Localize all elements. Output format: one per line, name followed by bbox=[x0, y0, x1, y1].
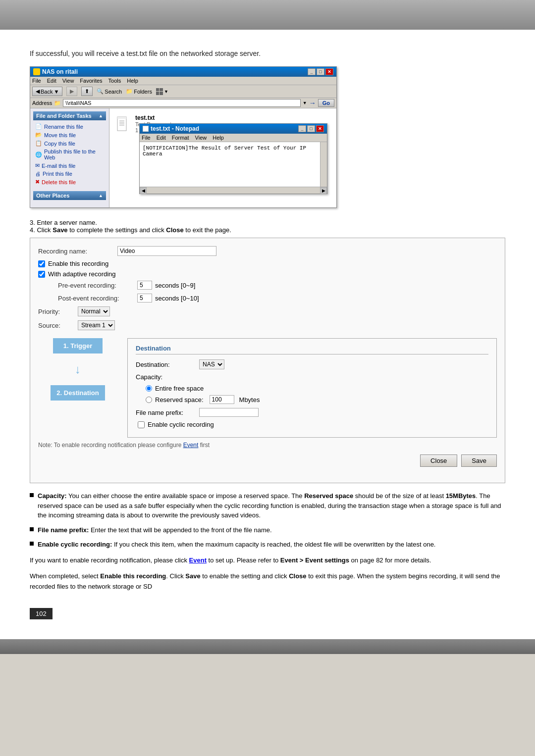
explorer-title: NAS on ritali bbox=[42, 68, 78, 75]
sidebar-email-file[interactable]: ✉ E-mail this file bbox=[33, 161, 106, 170]
destination-number: 2. bbox=[56, 389, 62, 397]
explorer-forward-button[interactable]: ▶ bbox=[66, 87, 77, 96]
explorer-maximize-button[interactable]: □ bbox=[317, 68, 324, 75]
recording-form: Recording name: Enable this recording Wi… bbox=[30, 238, 505, 483]
sidebar-print-file[interactable]: 🖨 Print this file bbox=[33, 170, 106, 178]
explorer-menu-tools[interactable]: Tools bbox=[108, 78, 121, 84]
source-label: Source: bbox=[38, 322, 78, 329]
file-prefix-bold: File name prefix: bbox=[38, 526, 89, 534]
up-arrow-icon: ⬆ bbox=[85, 88, 89, 95]
explorer-folders-button[interactable]: 📁 Folders bbox=[126, 88, 152, 95]
sidebar-copy-label: Copy this file bbox=[44, 141, 75, 147]
close-button[interactable]: Close bbox=[420, 454, 457, 467]
notepad-menu-view[interactable]: View bbox=[195, 135, 207, 141]
notepad-menu-edit[interactable]: Edit bbox=[157, 135, 166, 141]
other-places-chevron[interactable]: ▲ bbox=[99, 193, 103, 198]
cyclic-bold: Enable cyclic recording: bbox=[38, 541, 112, 548]
trigger-box: 1. Trigger bbox=[53, 338, 103, 353]
notepad-controls[interactable]: _ □ ✕ bbox=[298, 125, 324, 132]
sidebar-delete-file[interactable]: ✖ Delete this file bbox=[33, 178, 106, 186]
sidebar-rename-file[interactable]: 📄 Rename this file bbox=[33, 122, 106, 131]
pre-event-input[interactable] bbox=[137, 281, 152, 290]
page-content: If successful, you will receive a test.t… bbox=[0, 30, 535, 639]
notepad-close-button[interactable]: ✕ bbox=[316, 125, 324, 132]
explorer-window: NAS on ritali _ □ ✕ File Edit View Favor… bbox=[30, 66, 337, 208]
sidebar-delete-label: Delete this file bbox=[42, 179, 76, 185]
explorer-back-label: Back bbox=[41, 89, 53, 95]
notepad-scrollbar-v[interactable] bbox=[320, 142, 327, 187]
notepad-menubar: File Edit Format View Help bbox=[140, 134, 327, 142]
notepad-menu-format[interactable]: Format bbox=[172, 135, 189, 141]
sidebar-copy-file[interactable]: 📋 Copy this file bbox=[33, 139, 106, 148]
source-select[interactable]: Stream 1 bbox=[78, 320, 115, 330]
explorer-up-button[interactable]: ⬆ bbox=[81, 87, 93, 96]
event-settings-bold: Event > Event settings bbox=[280, 556, 349, 564]
forward-arrow-icon: ▶ bbox=[70, 88, 74, 95]
adaptive-recording-checkbox[interactable] bbox=[38, 271, 45, 278]
explorer-menu-help[interactable]: Help bbox=[127, 78, 138, 84]
file-folder-tasks-chevron[interactable]: ▲ bbox=[99, 113, 103, 118]
dest-type-select[interactable]: NAS bbox=[199, 359, 224, 369]
entire-free-radio[interactable] bbox=[146, 385, 152, 392]
explorer-back-button[interactable]: ◀ Back ▼ bbox=[32, 87, 62, 96]
last-para-2: When completed, select Enable this recor… bbox=[30, 571, 505, 592]
step4-save-bold: Save bbox=[53, 226, 67, 234]
back-dropdown-icon: ▼ bbox=[54, 89, 59, 95]
bullet-file-prefix: File name prefix: Enter the text that wi… bbox=[30, 525, 505, 535]
explorer-view-icons[interactable]: ▼ bbox=[156, 88, 168, 95]
capacity-label: Capacity: bbox=[136, 373, 195, 381]
event-link-2[interactable]: Event bbox=[189, 556, 207, 564]
address-input[interactable] bbox=[63, 99, 300, 107]
explorer-search-button[interactable]: 🔍 Search bbox=[97, 88, 122, 95]
enable-recording-checkbox[interactable] bbox=[38, 260, 45, 267]
explorer-menu-favorites[interactable]: Favorites bbox=[80, 78, 102, 84]
notepad-menu-help[interactable]: Help bbox=[213, 135, 224, 141]
event-link[interactable]: Event bbox=[183, 442, 199, 449]
sidebar-rename-label: Rename this file bbox=[44, 124, 83, 130]
notepad-maximize-button[interactable]: □ bbox=[307, 125, 315, 132]
enable-recording-bold: Enable this recording bbox=[100, 572, 166, 580]
step4-text: 4. Click Save to complete the settings a… bbox=[30, 226, 505, 234]
sidebar-publish-file[interactable]: 🌐 Publish this file to the Web bbox=[33, 148, 106, 161]
explorer-window-controls[interactable]: _ □ ✕ bbox=[308, 68, 333, 75]
file-name: test.txt bbox=[135, 114, 171, 121]
sidebar-move-file[interactable]: 📂 Move this file bbox=[33, 131, 106, 139]
trigger-label: Trigger bbox=[70, 342, 92, 350]
notepad-content[interactable]: [NOTIFICATION]The Result of Server Test … bbox=[140, 142, 327, 187]
file-folder-tasks-label: File and Folder Tasks bbox=[36, 113, 92, 119]
reserved-space-radio[interactable] bbox=[146, 397, 152, 403]
save-button[interactable]: Save bbox=[461, 454, 497, 467]
explorer-menubar: File Edit View Favorites Tools Help bbox=[30, 77, 336, 85]
copy-icon: 📋 bbox=[35, 140, 42, 147]
address-label: Address bbox=[32, 100, 52, 106]
rename-icon: 📄 bbox=[35, 123, 42, 130]
explorer-menu-view[interactable]: View bbox=[62, 78, 74, 84]
address-go-button[interactable]: Go bbox=[318, 99, 334, 107]
file-folder-tasks-section: File and Folder Tasks ▲ bbox=[33, 111, 106, 120]
priority-select[interactable]: Normal bbox=[78, 306, 110, 316]
bullet-icon-2 bbox=[30, 527, 34, 531]
other-places-label: Other Places bbox=[36, 193, 69, 199]
file-prefix-input[interactable] bbox=[199, 408, 259, 417]
notepad-minimize-button[interactable]: _ bbox=[298, 125, 306, 132]
search-icon: 🔍 bbox=[97, 88, 104, 95]
file-prefix-row: File name prefix: bbox=[136, 408, 488, 417]
post-event-input[interactable] bbox=[137, 294, 152, 302]
explorer-minimize-button[interactable]: _ bbox=[308, 68, 316, 75]
sidebar-email-label: E-mail this file bbox=[42, 163, 75, 169]
destination-panel-title: Destination bbox=[136, 345, 488, 354]
entire-free-row: Entire free space bbox=[146, 385, 488, 392]
cyclic-recording-checkbox[interactable] bbox=[138, 421, 145, 428]
explorer-sidebar: File and Folder Tasks ▲ 📄 Rename this fi… bbox=[30, 108, 109, 207]
step4-close-bold: Close bbox=[166, 226, 183, 234]
explorer-close-button[interactable]: ✕ bbox=[325, 68, 333, 75]
explorer-menu-file[interactable]: File bbox=[32, 78, 41, 84]
entire-free-label: Entire free space bbox=[155, 385, 204, 392]
reserved-space-input[interactable] bbox=[210, 395, 234, 404]
notepad-scrollbar-h[interactable]: ◀ ▶ bbox=[140, 187, 327, 194]
recording-name-input[interactable] bbox=[117, 246, 216, 256]
address-dropdown-icon: ▼ bbox=[303, 101, 307, 105]
explorer-menu-edit[interactable]: Edit bbox=[47, 78, 56, 84]
post-event-unit: seconds [0~10] bbox=[155, 295, 199, 302]
notepad-menu-file[interactable]: File bbox=[142, 135, 151, 141]
